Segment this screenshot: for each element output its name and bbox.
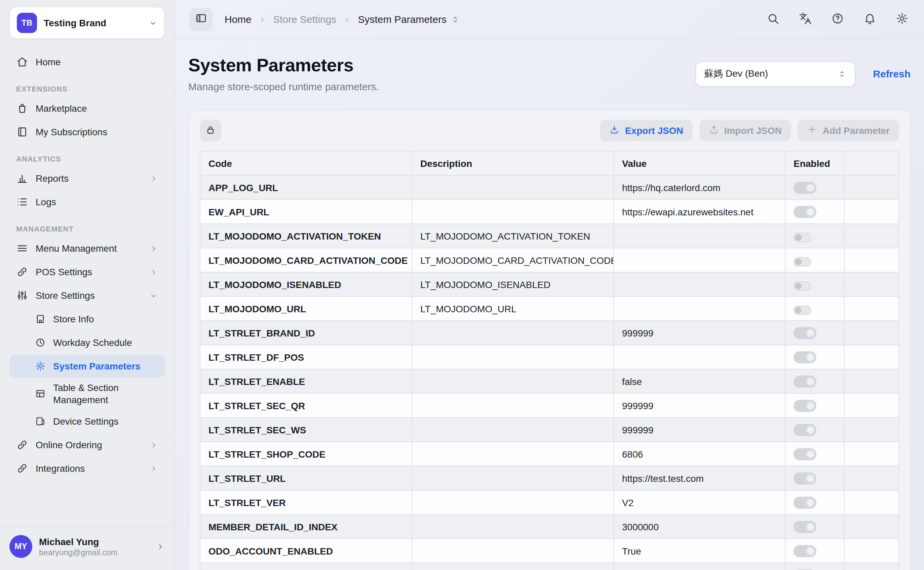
refresh-button[interactable]: Refresh [873, 68, 910, 80]
param-value [614, 224, 785, 248]
list-icon [16, 196, 28, 208]
breadcrumb-store-settings[interactable]: Store Settings [273, 14, 336, 25]
sidebar-item-logs[interactable]: Logs [9, 190, 165, 213]
table-row: LT_MOJODOMO_ISENABLEDLT_MOJODOMO_ISENABL… [200, 272, 899, 296]
param-actions-cell [844, 539, 899, 563]
enabled-toggle[interactable] [794, 375, 816, 387]
download-icon [609, 124, 620, 136]
enabled-toggle[interactable] [794, 399, 816, 412]
lock-button[interactable] [200, 120, 221, 141]
brand-name: Testing Brand [44, 17, 106, 28]
param-actions-cell [844, 345, 899, 369]
notifications-button[interactable] [862, 12, 877, 27]
enabled-toggle[interactable] [794, 257, 811, 266]
enabled-toggle[interactable] [794, 327, 816, 339]
param-actions-cell [844, 272, 899, 296]
param-code: MEMBER_DETAIL_ID_INDEX [200, 515, 412, 539]
breadcrumb-system-parameters[interactable]: System Parameters [358, 14, 460, 25]
menu-icon [16, 242, 28, 254]
enabled-toggle[interactable] [794, 472, 816, 484]
param-enabled-cell [785, 490, 844, 515]
enabled-toggle[interactable] [794, 448, 816, 460]
store-selector[interactable]: 蘇媽 Dev (Ben) [695, 61, 855, 86]
param-code: LT_STRLET_SEC_WS [200, 418, 412, 442]
chevrons-up-down-icon [837, 69, 847, 78]
param-description [412, 515, 614, 539]
param-description: LT_MOJODOMO_ACTIVATION_TOKEN [412, 224, 614, 248]
sidebar-item-my-subscriptions[interactable]: My Subscriptions [9, 121, 165, 143]
chevron-right-icon [343, 15, 351, 23]
table-row: LT_STRLET_VERV2 [200, 490, 899, 515]
param-description [412, 490, 614, 515]
page-content: System Parameters Manage store-scoped ru… [175, 39, 924, 570]
chevron-right-icon [149, 174, 158, 183]
user-profile[interactable]: MY Michael Yung bearyung@gmail.com [0, 526, 174, 570]
sidebar-item-store-info[interactable]: Store Info [9, 308, 165, 330]
search-button[interactable] [765, 12, 780, 27]
param-enabled-cell [785, 321, 844, 345]
sidebar-item-online-ordering[interactable]: Online Ordering [9, 434, 165, 457]
sidebar-item-table-section-management[interactable]: Table & Section Management [9, 378, 165, 409]
gear-icon [895, 12, 908, 27]
sidebar-item-system-parameters[interactable]: System Parameters [9, 355, 165, 377]
import-json-button[interactable]: Import JSON [699, 120, 791, 141]
param-code: LT_STRLET_URL [200, 466, 412, 490]
param-code: EW_API_URL [200, 199, 412, 224]
param-description: LT_MOJODOMO_URL [412, 296, 614, 321]
enabled-toggle[interactable] [794, 305, 811, 315]
brand-selector[interactable]: TB Testing Brand [9, 7, 165, 39]
sidebar-item-workday-schedule[interactable]: Workday Schedule [9, 331, 165, 354]
chevron-down-icon [149, 18, 157, 27]
param-enabled-cell [785, 248, 844, 272]
param-actions-cell [844, 442, 899, 466]
param-value: 999999 [614, 321, 785, 345]
breadcrumb: Home Store Settings System Parameters [225, 14, 460, 25]
sidebar: TB Testing Brand HomeEXTENSIONSMarketpla… [0, 0, 175, 570]
add-parameter-button[interactable]: Add Parameter [798, 120, 899, 141]
page-subtitle: Manage store-scoped runtime parameters. [188, 81, 379, 92]
table-row: LT_STRLET_DF_POS [200, 345, 899, 369]
home-icon [16, 56, 28, 68]
translate-button[interactable] [797, 12, 813, 27]
table-row: LT_STRLET_SEC_QR999999 [200, 393, 899, 418]
sidebar-item-store-settings[interactable]: Store Settings [9, 284, 165, 307]
sidebar-item-reports[interactable]: Reports [9, 167, 165, 190]
sidebar-toggle-button[interactable] [189, 8, 212, 31]
settings-button[interactable] [894, 12, 909, 27]
enabled-toggle[interactable] [794, 496, 816, 509]
help-button[interactable] [830, 12, 845, 27]
param-code: LT_STRLET_ENABLE [200, 369, 412, 393]
sidebar-item-home[interactable]: Home [9, 51, 165, 74]
sidebar-item-pos-settings[interactable]: POS Settings [9, 260, 165, 283]
enabled-toggle[interactable] [794, 521, 816, 533]
enabled-toggle[interactable] [794, 233, 811, 242]
param-description [412, 539, 614, 563]
plus-icon [807, 124, 817, 136]
param-description [412, 321, 614, 345]
enabled-toggle[interactable] [794, 351, 816, 363]
table-row: MEMBER_DETAIL_ID_INDEX3000000 [200, 515, 899, 539]
export-json-button[interactable]: Export JSON [600, 120, 693, 141]
table-row: APP_LOG_URLhttps://hq.caterlord.com [200, 175, 899, 199]
enabled-toggle[interactable] [794, 181, 816, 193]
enabled-toggle[interactable] [794, 205, 816, 218]
param-code: LT_STRLET_SEC_QR [200, 393, 412, 418]
section-header-extensions: EXTENSIONS [16, 85, 158, 93]
table-row: LT_STRLET_SHOP_CODE6806 [200, 442, 899, 466]
link-icon [16, 266, 28, 278]
enabled-toggle[interactable] [794, 545, 816, 557]
table-row: LT_STRLET_ENABLEfalse [200, 369, 899, 393]
column-header-description: Description [412, 151, 614, 175]
breadcrumb-home[interactable]: Home [225, 14, 252, 25]
param-code: LT_STRLET_VER [200, 490, 412, 515]
sidebar-item-menu-management[interactable]: Menu Management [9, 237, 165, 260]
section-header-analytics: ANALYTICS [16, 155, 158, 163]
sidebar-item-integrations[interactable]: Integrations [9, 457, 165, 480]
enabled-toggle[interactable] [794, 424, 816, 436]
page-title: System Parameters [188, 55, 379, 76]
card-toolbar: Export JSON Import JSON Add Parameter [200, 120, 899, 141]
sidebar-item-device-settings[interactable]: Device Settings [9, 410, 165, 433]
enabled-toggle[interactable] [794, 281, 811, 290]
param-code: LT_STRLET_BRAND_ID [200, 321, 412, 345]
sidebar-item-marketplace[interactable]: Marketplace [9, 97, 165, 120]
